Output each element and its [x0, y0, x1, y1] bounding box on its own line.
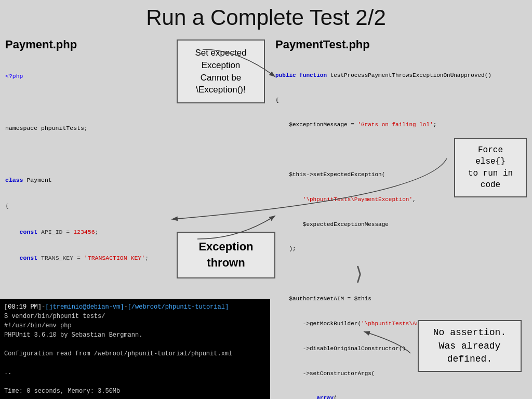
callout-force-else-text: Force else{}to run incode: [468, 145, 513, 190]
chevron-icon: ⟩: [353, 262, 365, 289]
code-line: $exceptionMessage = 'Grats on failing lo…: [275, 121, 527, 129]
callout-set-exception-text: Set expected ExceptionCannot be \Excepti…: [195, 48, 246, 95]
code-line: $expectedExceptionMessage: [275, 221, 527, 229]
terminal-line: [4, 396, 266, 399]
code-line: [5, 280, 171, 289]
code-line: array(: [275, 394, 527, 399]
code-line: const API_ID = 123456;: [5, 228, 171, 237]
terminal-line: #!/usr/bin/env php: [4, 321, 266, 330]
code-line: $authorizeNetAIM = $this: [275, 295, 527, 303]
code-line: );: [275, 245, 527, 254]
terminal-block: [08:19 PM]-[jtreminio@debian-vm]-[/webro…: [0, 299, 270, 399]
code-line: {: [5, 202, 171, 211]
callout-no-assertion: No assertion. Was already defined.: [418, 320, 522, 372]
callout-set-exception: Set expected ExceptionCannot be \Excepti…: [177, 39, 265, 103]
terminal-prompt-line: [08:19 PM]-[jtreminio@debian-vm]-[/webro…: [4, 302, 266, 312]
right-panel-heading: PaymentTest.php: [275, 36, 527, 53]
callout-exception-thrown: Exception thrown: [177, 232, 275, 278]
code-line: [5, 150, 171, 159]
code-line: class Payment: [5, 176, 171, 185]
right-panel: PaymentTest.php public function testProc…: [275, 34, 527, 393]
terminal-line: [4, 377, 266, 387]
code-line: [275, 270, 527, 278]
terminal-line: $ vendor/bin/phpunit tests/: [4, 312, 266, 321]
terminal-line: PHPUnit 3.6.10 by Sebastian Bergmann.: [4, 330, 266, 340]
terminal-line: ..: [4, 368, 266, 377]
terminal-line: [4, 358, 266, 368]
terminal-time: [08:19 PM]: [4, 303, 42, 311]
code-line: namespace phpunitTests;: [5, 124, 171, 133]
callout-exception-thrown-text: Exception thrown: [198, 240, 253, 269]
terminal-line: Time: 0 seconds, Memory: 3.50Mb: [4, 387, 266, 396]
code-line: [5, 98, 171, 107]
terminal-line: Configuration read from /webroot/phpunit…: [4, 349, 266, 358]
code-line: <?php: [5, 72, 171, 81]
left-panel-heading: Payment.php: [5, 36, 171, 53]
code-line: {: [275, 97, 527, 105]
callout-force-else: Force else{}to run incode: [454, 138, 527, 197]
page-title: Run a Complete Test 2/2: [0, 0, 532, 34]
code-line: public function testProcessPaymentThrows…: [275, 72, 527, 80]
callout-no-assertion-text: No assertion. Was already defined.: [433, 327, 506, 364]
terminal-line: [4, 340, 266, 349]
code-line: const TRANS_KEY = 'TRANSACTION KEY';: [5, 254, 171, 263]
